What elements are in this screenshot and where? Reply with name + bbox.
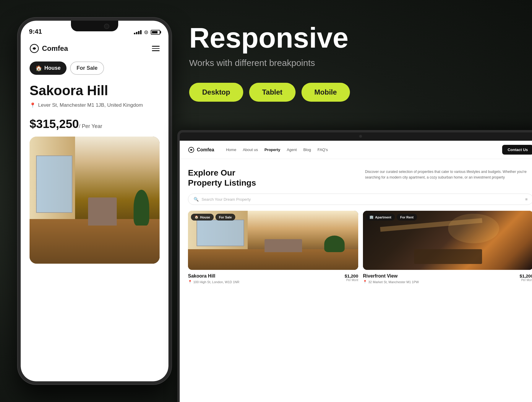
- search-placeholder: Search Your Dream Property: [202, 197, 522, 202]
- site-hero-right: Discover our curated selection of proper…: [365, 168, 532, 188]
- property-address: 📍 Lever St, Manchester M1 1JB, United Ki…: [30, 102, 160, 108]
- apt-type-tag: 🏢 Apartment: [366, 214, 395, 221]
- laptop-screen: Comfea Home About us Property Agent Blog…: [180, 141, 532, 402]
- contact-us-button[interactable]: Contact Us: [502, 145, 532, 155]
- phone-time: 9:41: [29, 28, 42, 35]
- listing-tags-house: 🏠 House For Sale: [191, 214, 235, 221]
- house-tag[interactable]: 🏠 House: [30, 61, 66, 75]
- site-nav-links: Home About us Property Agent Blog FAQ's: [226, 147, 502, 152]
- phone-mockup: 9:41 ⊜: [18, 18, 171, 384]
- laptop-frame: Comfea Home About us Property Agent Blog…: [177, 130, 532, 402]
- hamburger-menu[interactable]: [152, 46, 160, 51]
- addr-icon-apt: 📍: [363, 280, 367, 284]
- listing-image-house: 🏠 House For Sale: [188, 211, 358, 270]
- sale-tag[interactable]: For Sale: [70, 61, 104, 75]
- phone-notch: [71, 21, 118, 31]
- right-section: Responsive Works with different breakpoi…: [189, 24, 532, 402]
- site-listings: 🏠 House For Sale Sakoora Hill: [180, 211, 532, 284]
- mobile-button[interactable]: Mobile: [301, 83, 350, 102]
- listing-card-house: 🏠 House For Sale Sakoora Hill: [188, 211, 358, 284]
- property-title: Sakoora Hill: [30, 83, 160, 98]
- phone-content: Comfea 🏠 House For Sale: [21, 39, 168, 381]
- listing-info-house: Sakoora Hill 📍 100 High St, London, W1D …: [188, 273, 358, 284]
- house-type-tag: 🏠 House: [191, 214, 214, 221]
- heading-section: Responsive Works with different breakpoi…: [189, 24, 532, 68]
- site-hero-left: Explore OurProperty Listings: [188, 168, 356, 188]
- property-tags: 🏠 House For Sale: [30, 61, 160, 75]
- main-title: Responsive: [189, 24, 532, 52]
- breakpoint-buttons: Desktop Tablet Mobile: [189, 83, 532, 102]
- price-value: $315,250: [30, 117, 79, 130]
- nav-home[interactable]: Home: [226, 147, 236, 152]
- site-nav: Comfea Home About us Property Agent Blog…: [180, 141, 532, 159]
- house-type-label: House: [200, 215, 210, 219]
- price-period: / Per Year: [79, 123, 102, 129]
- battery-icon: [151, 30, 160, 35]
- listing-details-house: Sakoora Hill 📍 100 High St, London, W1D …: [188, 273, 239, 284]
- site-hero-title: Explore OurProperty Listings: [188, 168, 356, 188]
- search-bar[interactable]: 🔍 Search Your Dream Property ≡: [188, 194, 532, 205]
- nav-agent[interactable]: Agent: [287, 147, 297, 152]
- house-tag-label: House: [44, 65, 61, 71]
- phone-screen: 9:41 ⊜: [21, 21, 168, 381]
- nav-property[interactable]: Property: [265, 147, 280, 152]
- location-icon: 📍: [30, 102, 36, 108]
- phone-header: Comfea: [30, 44, 160, 53]
- nav-about[interactable]: About us: [243, 147, 258, 152]
- phone-logo-text: Comfea: [42, 44, 68, 53]
- phone-status-icons: ⊜: [134, 29, 160, 35]
- apt-status-tag: For Rent: [397, 214, 417, 221]
- site-hero: Explore OurProperty Listings Discover ou…: [180, 159, 532, 194]
- listing-details-apt: Riverfront View 📍 32 Market St, Manchest…: [363, 273, 419, 284]
- property-image: [30, 137, 160, 264]
- nav-blog[interactable]: Blog: [303, 147, 311, 152]
- comfea-logo-icon: [30, 44, 39, 53]
- phone-logo: Comfea: [30, 44, 68, 53]
- nav-faqs[interactable]: FAQ's: [317, 147, 328, 152]
- property-price: $315,250/ Per Year: [30, 117, 160, 131]
- desktop-button[interactable]: Desktop: [189, 83, 243, 102]
- search-icon: 🔍: [194, 197, 199, 202]
- listing-info-apt: Riverfront View 📍 32 Market St, Manchest…: [363, 273, 532, 284]
- tablet-button[interactable]: Tablet: [249, 83, 296, 102]
- site-logo: Comfea: [188, 147, 214, 153]
- listing-name-apt: Riverfront View: [363, 273, 419, 279]
- wifi-icon: ⊜: [144, 29, 148, 35]
- sale-tag-label: For Sale: [77, 65, 98, 71]
- filter-icon: ≡: [525, 197, 528, 202]
- listing-addr-apt: 📍 32 Market St, Manchester M1 1PW: [363, 280, 419, 284]
- house-status-label: For Sale: [219, 215, 232, 219]
- listing-price-apt: $1,200 Per Mont: [520, 273, 532, 282]
- listing-price-house: $1,200 Per Mont: [345, 273, 358, 282]
- desktop-mockup: Comfea Home About us Property Agent Blog…: [177, 130, 532, 402]
- phone-frame: 9:41 ⊜: [18, 18, 171, 384]
- site-hero-desc: Discover our curated selection of proper…: [365, 169, 532, 180]
- house-status-tag: For Sale: [215, 214, 235, 221]
- main-subtitle: Works with different breakpoints: [189, 58, 532, 68]
- listing-name-house: Sakoora Hill: [188, 273, 239, 279]
- listing-addr-house: 📍 100 High St, London, W1D 1NR: [188, 280, 239, 284]
- laptop-camera: [359, 135, 362, 138]
- apt-type-icon: 🏢: [369, 215, 374, 219]
- site-logo-icon: [188, 147, 194, 153]
- addr-icon-house: 📍: [188, 280, 192, 284]
- address-text: Lever St, Manchester M1 1JB, United King…: [38, 102, 143, 108]
- house-type-icon: 🏠: [194, 215, 199, 219]
- listing-card-apartment: 🏢 Apartment For Rent Riverfront View: [363, 211, 532, 284]
- listing-tags-apt: 🏢 Apartment For Rent: [366, 214, 417, 221]
- apt-type-label: Apartment: [375, 215, 391, 219]
- signal-icon: [134, 30, 142, 34]
- listing-image-apt: 🏢 Apartment For Rent: [363, 211, 532, 270]
- apt-status-label: For Rent: [400, 215, 413, 219]
- site-logo-text: Comfea: [197, 147, 214, 153]
- house-icon: 🏠: [35, 65, 42, 72]
